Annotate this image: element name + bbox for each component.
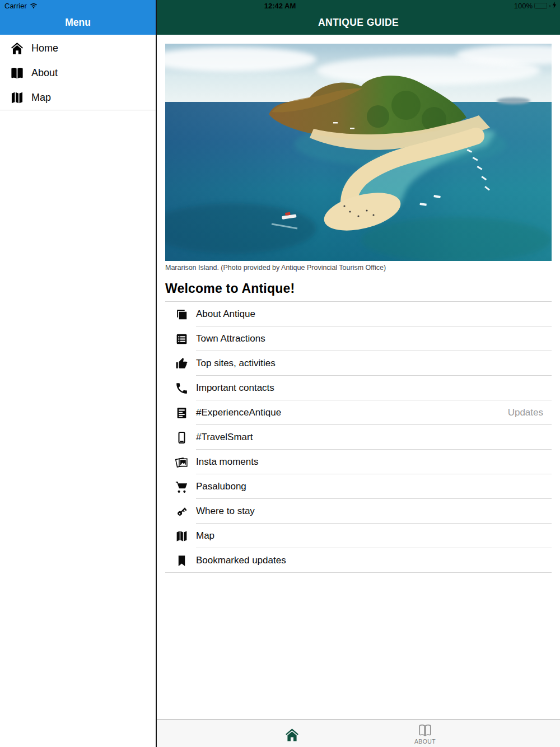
book-icon [418,723,432,737]
list-item-pasalubong[interactable]: Pasalubong [165,474,552,499]
sidebar-item-map[interactable]: Map [0,85,156,110]
smartphone-icon [175,431,189,445]
sidebar-item-label: Home [31,43,58,54]
phone-icon [175,381,189,395]
map-icon [10,90,25,105]
app-window: Carrier 12:42 AM 100% Menu Home [0,0,560,747]
list-item-about-antique[interactable]: About Antique [165,302,552,326]
list-item-experience-antique[interactable]: #ExperienceAntique Updates [165,400,552,425]
hero-photo-mararison-island [165,44,552,261]
photos-icon [175,455,189,469]
sidebar-title: Menu [65,17,91,35]
news-icon [175,406,189,420]
sidebar-item-home[interactable]: Home [0,36,156,60]
sidebar-item-about[interactable]: About [0,60,156,85]
list-item-town-attractions[interactable]: Town Attractions [165,326,552,351]
home-menu-list: About Antique Town Attractions Top sites… [165,301,552,573]
thumbs-up-icon [175,357,189,371]
list-item-top-sites[interactable]: Top sites, activities [165,351,552,376]
sidebar-item-label: About [31,67,58,79]
cart-icon [175,480,189,494]
sidebar-header: Menu [0,0,156,35]
book-icon [10,66,25,81]
home-icon [284,727,300,743]
photo-caption: Mararison Island. (Photo provided by Ant… [165,264,552,272]
list-item-travelsmart[interactable]: #TravelSmart [165,425,552,450]
list-item-insta-moments[interactable]: Insta moments [165,450,552,474]
page-title: ANTIQUE GUIDE [318,17,399,35]
sidebar: Menu Home About Map [0,0,157,747]
sidebar-item-label: Map [31,92,51,104]
updates-link[interactable]: Updates [508,407,543,418]
home-icon [10,41,25,56]
tab-about-label: ABOUT [414,738,436,745]
bookmark-icon [175,554,189,568]
welcome-heading: Welcome to Antique! [165,281,552,296]
list-item-where-to-stay[interactable]: Where to stay [165,499,552,524]
list-item-map[interactable]: Map [165,524,552,548]
sidebar-menu: Home About Map [0,35,156,110]
tab-home[interactable] [225,720,358,747]
key-icon [175,505,189,519]
list-icon [175,332,189,346]
navigation-bar: ANTIQUE GUIDE [157,0,560,35]
content-pane: ANTIQUE GUIDE [157,0,560,747]
list-item-bookmarked-updates[interactable]: Bookmarked updates [165,548,552,573]
bottom-tab-bar: ABOUT [157,719,560,747]
map-icon [175,529,189,543]
list-item-important-contacts[interactable]: Important contacts [165,376,552,400]
tab-about[interactable]: ABOUT [358,720,492,747]
images-icon [175,307,189,321]
